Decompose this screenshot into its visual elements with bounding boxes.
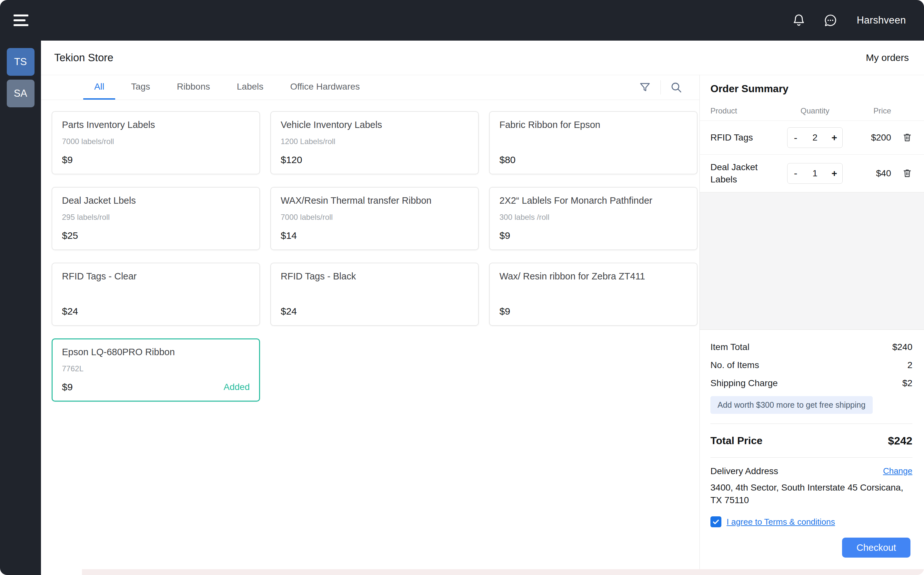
hamburger-menu-icon[interactable] <box>14 12 32 29</box>
increase-quantity-button[interactable]: + <box>826 132 843 143</box>
totals: Item Total $240 No. of Items 2 Shipping … <box>700 330 924 392</box>
tab-ribbons[interactable]: Ribbons <box>166 75 221 100</box>
product-card[interactable]: RFID Tags - Clear $24 <box>52 263 260 326</box>
divider <box>660 80 661 94</box>
total-row: Shipping Charge $2 <box>711 374 912 392</box>
decrease-quantity-button[interactable]: - <box>787 167 804 179</box>
product-price: $24 <box>281 306 297 317</box>
quantity-value: 1 <box>804 168 826 179</box>
column-quantity: Quantity <box>787 106 843 115</box>
order-item-price: $200 <box>843 132 894 143</box>
order-item-row: Deal Jacket Labels - 1 + $40 <box>700 154 924 192</box>
total-row: Item Total $240 <box>711 338 912 356</box>
tab-office-hardwares[interactable]: Office Hardwares <box>279 75 371 100</box>
column-price: Price <box>843 106 894 115</box>
product-price: $80 <box>499 154 516 165</box>
delete-item-icon[interactable] <box>894 132 912 143</box>
product-price: $9 <box>499 230 510 241</box>
quantity-stepper[interactable]: - 2 + <box>787 127 843 148</box>
chat-icon[interactable] <box>823 13 838 28</box>
decrease-quantity-button[interactable]: - <box>787 132 804 144</box>
product-name: Fabric Ribbon for Epson <box>499 119 687 130</box>
total-row-value: $2 <box>902 378 912 388</box>
order-summary-title: Order Summary <box>711 83 912 95</box>
tab-actions <box>635 75 687 100</box>
product-name: Epson LQ-680PRO Ribbon <box>62 347 250 357</box>
product-price: $24 <box>62 306 78 317</box>
bottom-strip <box>82 569 924 575</box>
product-card[interactable]: WAX/Resin Thermal transfer Ribbon 7000 l… <box>270 187 479 250</box>
product-grid: Parts Inventory Labels 7000 labels/roll … <box>41 100 699 402</box>
notifications-bell-icon[interactable] <box>792 13 806 28</box>
order-summary-panel: Order Summary Product Quantity Price RFI… <box>699 75 924 575</box>
product-card[interactable]: Deal Jacket Lbels 295 labels/roll $25 <box>52 187 260 250</box>
terms-row: I agree to Terms & conditions <box>711 516 912 527</box>
total-row-value: 2 <box>907 360 912 370</box>
total-row: No. of Items 2 <box>711 356 912 374</box>
product-price: $9 <box>499 306 510 317</box>
page-title: Tekion Store <box>54 52 113 64</box>
product-price: $14 <box>281 230 297 241</box>
products-section: All Tags Ribbons Labels Office Hardwares <box>41 75 699 575</box>
divider <box>711 424 912 424</box>
increase-quantity-button[interactable]: + <box>826 168 843 179</box>
product-price: $9 <box>62 154 73 165</box>
terms-link[interactable]: I agree to Terms & conditions <box>726 517 835 527</box>
product-name: Vehicle Inventory Labels <box>281 119 468 130</box>
workspace-tile-sa[interactable]: SA <box>7 79 35 107</box>
quantity-stepper[interactable]: - 1 + <box>787 163 843 184</box>
product-card[interactable]: Vehicle Inventory Labels 1200 Labels/rol… <box>270 111 479 175</box>
delivery-address-label: Delivery Address <box>711 466 778 477</box>
delete-item-icon[interactable] <box>894 168 912 179</box>
total-row-value: $240 <box>892 342 912 352</box>
total-price-row: Total Price $242 <box>711 431 912 451</box>
product-card[interactable]: 2X2“ Lablels For Monarch Pathfinder 300 … <box>489 187 698 250</box>
product-subtitle: 295 labels/roll <box>62 213 250 222</box>
change-address-link[interactable]: Change <box>883 466 912 476</box>
total-price-label: Total Price <box>711 435 762 447</box>
product-card[interactable]: Epson LQ-680PRO Ribbon 7762L $9 Added <box>52 338 260 402</box>
product-name: RFID Tags - Black <box>281 271 468 282</box>
product-subtitle: 1200 Labels/roll <box>281 137 468 146</box>
product-card[interactable]: RFID Tags - Black $24 <box>270 263 479 326</box>
topbar: Harshveen <box>0 0 924 41</box>
my-orders-link[interactable]: My orders <box>866 52 909 63</box>
tab-all[interactable]: All <box>83 75 115 100</box>
sidebar: TS SA <box>0 41 41 575</box>
search-icon[interactable] <box>666 81 687 94</box>
checkout-button[interactable]: Checkout <box>842 538 910 558</box>
product-card[interactable]: Fabric Ribbon for Epson $80 <box>489 111 698 175</box>
product-card[interactable]: Wax/ Resin ribbon for Zebra ZT411 $9 <box>489 263 698 326</box>
product-subtitle: 7762L <box>62 364 250 373</box>
summary-filler <box>700 192 924 330</box>
product-price: $120 <box>281 154 302 165</box>
topbar-right: Harshveen <box>792 13 906 28</box>
filter-icon[interactable] <box>635 81 655 94</box>
product-price: $9 <box>62 381 73 392</box>
product-name: WAX/Resin Thermal transfer Ribbon <box>281 195 468 206</box>
terms-checkbox[interactable] <box>711 516 722 527</box>
delivery-address-value: 3400, 4th Sector, South Interstate 45 Co… <box>711 481 910 507</box>
product-subtitle: 300 labels /roll <box>499 213 687 222</box>
product-price: $25 <box>62 230 78 241</box>
user-name[interactable]: Harshveen <box>857 14 906 26</box>
tab-tags[interactable]: Tags <box>120 75 161 100</box>
added-badge: Added <box>224 382 250 392</box>
order-items: RFID Tags - 2 + $200 Deal Jacket Labels … <box>700 121 924 192</box>
product-name: 2X2“ Lablels For Monarch Pathfinder <box>499 195 687 206</box>
page-header: Tekion Store My orders <box>41 41 924 75</box>
quantity-value: 2 <box>804 132 826 143</box>
tab-labels[interactable]: Labels <box>226 75 274 100</box>
product-subtitle: 7000 labels/roll <box>62 137 250 146</box>
order-item-name: RFID Tags <box>711 132 787 144</box>
product-card[interactable]: Parts Inventory Labels 7000 labels/roll … <box>52 111 260 175</box>
total-row-label: Shipping Charge <box>711 378 778 388</box>
order-item-price: $40 <box>843 168 894 179</box>
product-name: Deal Jacket Lbels <box>62 195 250 206</box>
app-window: Harshveen TS SA Tekion Store My orders A… <box>0 0 924 575</box>
order-summary-columns: Product Quantity Price <box>711 106 912 115</box>
category-tabs: All Tags Ribbons Labels Office Hardwares <box>41 75 699 100</box>
workspace-tile-ts[interactable]: TS <box>7 48 35 76</box>
product-name: RFID Tags - Clear <box>62 271 250 282</box>
order-item-name: Deal Jacket Labels <box>711 161 787 186</box>
